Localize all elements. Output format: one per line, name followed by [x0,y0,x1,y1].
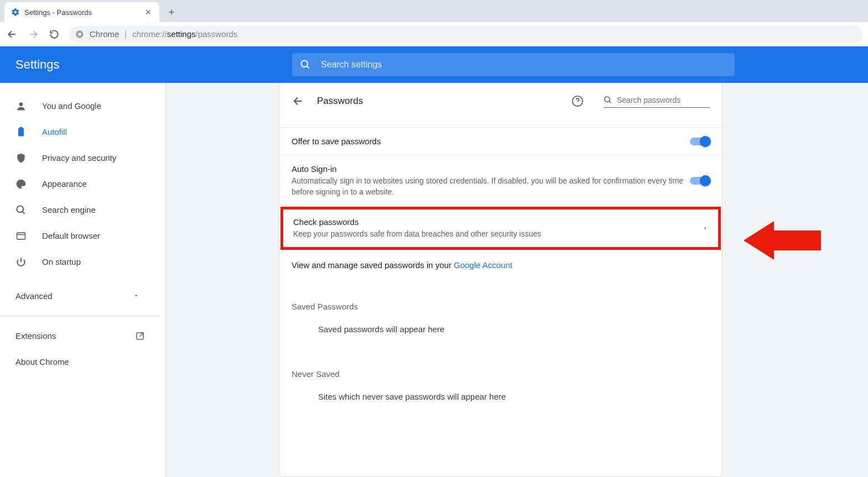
chevron-right-icon [703,226,708,231]
browser-toolbar: Chrome | chrome://settings/passwords [0,22,868,46]
chrome-icon [75,30,84,39]
search-settings-input[interactable]: Search settings [292,53,735,76]
sidebar-item-autofill[interactable]: Autofill [0,119,157,145]
search-icon [300,59,311,70]
chevron-down-icon [133,292,139,299]
annotation-arrow [744,218,821,263]
search-passwords-input[interactable] [604,95,710,108]
open-external-icon [135,331,145,341]
svg-rect-7 [17,233,25,239]
sidebar-item-label: On startup [42,257,81,266]
sidebar-advanced-toggle[interactable]: Advanced [0,282,155,309]
svg-point-1 [78,33,81,35]
person-icon [15,101,27,112]
browser-tab[interactable]: Settings - Passwords [4,2,159,22]
power-icon [15,256,27,268]
sidebar-item-appearance[interactable]: Appearance [0,171,157,197]
back-button[interactable] [6,28,19,41]
svg-rect-5 [20,127,23,128]
svg-point-10 [605,97,610,102]
check-passwords-title: Check passwords [293,217,703,227]
content-area: You and Google Autofill Privacy and secu… [0,83,868,477]
svg-point-2 [302,61,308,67]
google-account-link[interactable]: Google Account [454,260,512,270]
gear-icon [11,8,20,17]
offer-save-passwords-row: Offer to save passwords [279,127,722,155]
new-tab-button[interactable] [164,4,179,20]
svg-rect-4 [18,128,24,136]
view-manage-text: View and manage saved passwords in your [292,260,454,270]
svg-point-3 [19,102,23,106]
site-label: Chrome [90,29,119,39]
browser-tab-strip: Settings - Passwords [0,0,868,22]
palette-icon [15,179,27,190]
sidebar-item-label: You and Google [42,101,101,111]
sidebar-item-privacy[interactable]: Privacy and security [0,145,157,171]
sidebar-item-label: Search engine [42,205,96,214]
main-wrap: Passwords Offer to save passwords Auto S… [166,83,868,477]
sidebar-item-search-engine[interactable]: Search engine [0,197,157,223]
auto-signin-toggle[interactable] [690,177,710,185]
clipboard-icon [15,127,27,138]
sidebar-item-label: Privacy and security [42,153,116,163]
settings-header: Settings Search settings [0,46,868,83]
about-label: About Chrome [15,357,69,366]
search-icon [604,96,612,104]
extensions-label: Extensions [15,331,56,340]
saved-passwords-label: Saved Passwords [279,280,722,320]
sidebar-item-label: Appearance [42,179,87,188]
auto-signin-description: Automatically sign in to websites using … [292,175,690,198]
check-passwords-row[interactable]: Check passwords Keep your passwords safe… [283,209,718,247]
address-bar[interactable]: Chrome | chrome://settings/passwords [69,26,862,43]
close-icon[interactable] [144,8,153,17]
auto-signin-row: Auto Sign-in Automatically sign in to we… [279,155,722,207]
auto-signin-title: Auto Sign-in [292,164,690,174]
sidebar-item-label: Autofill [42,127,67,137]
browser-icon [15,230,27,242]
view-manage-row: View and manage saved passwords in your … [279,250,722,280]
search-passwords-field[interactable] [617,96,705,104]
sidebar-separator [0,316,160,316]
offer-save-toggle[interactable] [690,138,710,145]
passwords-panel: Passwords Offer to save passwords Auto S… [279,83,723,477]
sidebar-item-default-browser[interactable]: Default browser [0,223,157,249]
url-text: chrome://settings/passwords [132,29,237,39]
sidebar-item-on-startup[interactable]: On startup [0,249,157,275]
check-passwords-highlight: Check passwords Keep your passwords safe… [280,207,721,250]
panel-back-button[interactable] [292,95,305,108]
sidebar-item-you-and-google[interactable]: You and Google [0,93,157,119]
saved-passwords-empty: Saved passwords will appear here [279,320,722,347]
sidebar-item-label: Default browser [42,231,100,240]
reload-button[interactable] [48,28,61,41]
search-settings-placeholder: Search settings [321,60,382,70]
advanced-label: Advanced [15,291,53,301]
forward-button[interactable] [27,28,40,41]
search-icon [15,205,27,216]
panel-header: Passwords [279,83,722,119]
sidebar-item-about[interactable]: About Chrome [0,349,160,375]
panel-title: Passwords [317,96,559,107]
omnibox-divider: | [124,29,127,39]
offer-save-label: Offer to save passwords [292,137,690,146]
svg-point-6 [17,206,24,212]
app-title: Settings [15,57,270,72]
help-icon[interactable] [571,95,584,107]
never-saved-label: Never Saved [279,347,722,387]
shield-icon [15,153,27,164]
check-passwords-description: Keep your passwords safe from data breac… [293,228,703,239]
svg-marker-11 [744,221,821,260]
settings-sidebar: You and Google Autofill Privacy and secu… [0,83,166,477]
sidebar-item-extensions[interactable]: Extensions [0,323,160,349]
tab-title: Settings - Passwords [24,8,139,17]
never-saved-empty: Sites which never save passwords will ap… [279,387,722,415]
